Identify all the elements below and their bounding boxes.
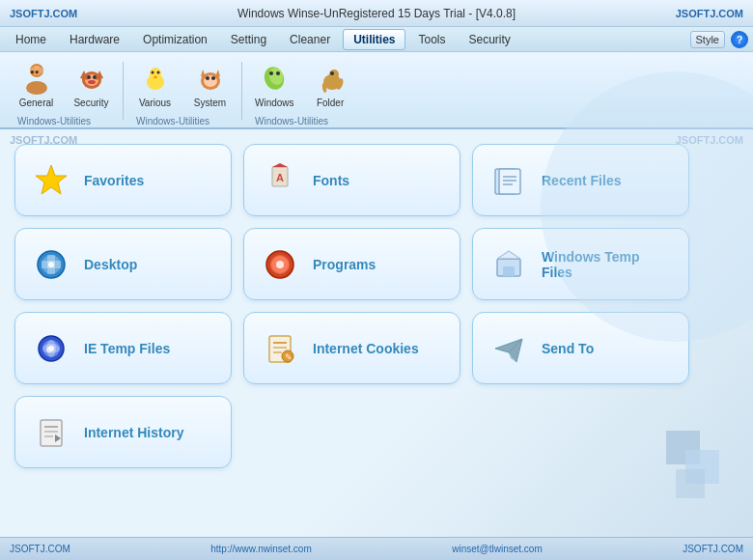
internet-cookies-card[interactable]: ✎ Internet Cookies — [243, 312, 460, 384]
toolbar-security-label: Security — [73, 98, 108, 108]
footer-url: http://www.nwinset.com — [210, 544, 311, 554]
system-toolbar-icon — [193, 61, 228, 96]
toolbar-group-general-security: ●● General — [10, 57, 118, 128]
menu-home[interactable]: Home — [5, 29, 57, 50]
toolbar-various-label: Various — [139, 98, 171, 108]
programs-card[interactable]: Programs — [243, 228, 460, 300]
toolbar-group-windows-folder: Windows Folder Windows-Utilities — [247, 57, 357, 128]
svg-point-49 — [48, 262, 54, 267]
title-bar: JSOFTJ.COM Windows Winse-UnRegistered 15… — [0, 0, 753, 27]
ie-temp-label: IE Temp Files — [84, 341, 170, 356]
logo-right: JSOFTJ.COM — [676, 8, 743, 19]
svg-marker-38 — [272, 163, 288, 167]
windows-temp-card[interactable]: Windows Temp Files — [472, 228, 689, 300]
toolbar-sep2 — [241, 62, 242, 120]
menu-setting[interactable]: Setting — [220, 29, 277, 50]
svg-point-30 — [330, 71, 334, 75]
toolbar-folder-label: Folder — [317, 98, 344, 108]
svg-point-1 — [26, 81, 47, 95]
toolbar-sep1 — [123, 62, 124, 120]
svg-point-10 — [87, 75, 91, 79]
logo-left: JSOFTJ.COM — [10, 8, 77, 19]
favorites-icon — [30, 159, 72, 202]
security-toolbar-icon — [74, 61, 109, 96]
svg-point-11 — [93, 75, 97, 79]
toolbar-group-various-system: Various System Windows-Utilitie — [128, 57, 237, 128]
menu-optimization[interactable]: Optimization — [132, 29, 218, 50]
svg-text:✎: ✎ — [285, 352, 293, 362]
internet-cookies-icon: ✎ — [259, 327, 301, 370]
internet-history-card[interactable]: Internet History — [14, 396, 232, 468]
windows-temp-label: Windows Temp Files — [542, 249, 674, 280]
toolbar-general-label: General — [19, 98, 54, 108]
menu-security[interactable]: Security — [459, 29, 521, 50]
svg-point-12 — [88, 80, 96, 84]
svg-text:●●: ●● — [30, 68, 40, 76]
app-title: Windows Winse-UnRegistered 15 Days Trial… — [237, 7, 516, 20]
watermark-top-right: JSOFTJ.COM — [676, 134, 743, 146]
menu-cleaner[interactable]: Cleaner — [279, 29, 341, 50]
fonts-label: Fonts — [313, 173, 349, 188]
recent-files-label: Recent Files — [542, 173, 621, 188]
footer-logo-right: JSOFTJ.COM — [683, 544, 743, 554]
menu-tools[interactable]: Tools — [407, 29, 456, 50]
help-icon[interactable]: ? — [731, 31, 748, 48]
svg-point-16 — [156, 71, 159, 74]
svg-rect-73 — [41, 420, 62, 446]
svg-point-52 — [276, 261, 284, 268]
svg-marker-36 — [36, 165, 67, 194]
send-to-label: Send To — [542, 341, 594, 356]
main-content: JSOFTJ.COM JSOFTJ.COM Favorites A Fonts — [0, 129, 753, 537]
desktop-card[interactable]: Desktop — [14, 228, 232, 300]
recent-files-icon — [488, 159, 530, 202]
svg-point-15 — [151, 71, 153, 74]
toolbar-group1-label: Windows-Utilities — [10, 114, 98, 128]
toolbar-windows-label: Windows — [255, 98, 294, 108]
toolbar-folder-button[interactable]: Folder — [304, 57, 357, 112]
svg-text:A: A — [276, 172, 284, 183]
favorites-card[interactable]: Favorites — [14, 144, 232, 216]
toolbar-various-button[interactable]: Various — [128, 57, 181, 112]
footer: JSOFTJ.COM http://www.nwinset.com winset… — [0, 537, 753, 560]
footer-logo-left: JSOFTJ.COM — [10, 544, 70, 554]
toolbar-system-button[interactable]: System — [183, 57, 237, 112]
toolbar: ●● General — [0, 52, 753, 129]
toolbar-group3-label: Windows-Utilities — [247, 114, 336, 128]
windows-temp-icon — [488, 243, 530, 286]
svg-text:e: e — [46, 343, 52, 354]
recent-files-card[interactable]: Recent Files — [472, 144, 689, 216]
internet-history-label: Internet History — [84, 425, 183, 440]
svg-point-27 — [276, 71, 280, 75]
svg-point-22 — [206, 76, 209, 80]
toolbar-group2-label: Windows-Utilities — [128, 114, 217, 128]
svg-marker-54 — [497, 251, 520, 259]
send-to-icon — [488, 327, 530, 370]
toolbar-system-label: System — [194, 98, 226, 108]
footer-email: winset@tlwinset.com — [452, 544, 543, 554]
svg-point-26 — [269, 71, 273, 75]
svg-point-23 — [211, 76, 215, 80]
desktop-label: Desktop — [84, 257, 137, 272]
menu-hardware[interactable]: Hardware — [59, 29, 130, 50]
svg-rect-33 — [666, 431, 700, 464]
ie-temp-icon: e — [30, 327, 72, 370]
svg-rect-35 — [676, 469, 705, 498]
svg-rect-57 — [503, 266, 515, 276]
general-toolbar-icon: ●● — [19, 61, 54, 96]
internet-history-icon — [30, 411, 72, 454]
ie-temp-card[interactable]: e IE Temp Files — [14, 312, 232, 384]
decorative-shape — [656, 421, 743, 508]
svg-rect-41 — [499, 169, 520, 194]
menu-bar: Home Hardware Optimization Setting Clean… — [0, 27, 753, 52]
menu-utilities[interactable]: Utilities — [343, 29, 405, 50]
svg-rect-34 — [685, 450, 719, 484]
fonts-card[interactable]: A Fonts — [243, 144, 460, 216]
windows-toolbar-icon — [257, 61, 292, 96]
toolbar-general-button[interactable]: ●● General — [10, 57, 63, 112]
toolbar-security-button[interactable]: Security — [65, 57, 118, 112]
style-button[interactable]: Style — [690, 31, 725, 48]
send-to-card[interactable]: Send To — [472, 312, 689, 384]
toolbar-windows-button[interactable]: Windows — [247, 57, 302, 112]
desktop-icon — [30, 243, 72, 286]
various-toolbar-icon — [138, 61, 173, 96]
